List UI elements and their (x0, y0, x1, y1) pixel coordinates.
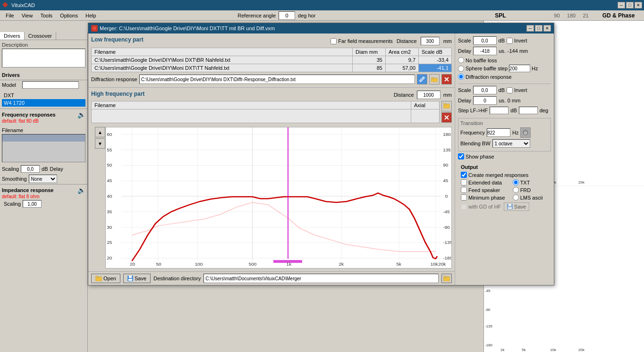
scaling-input[interactable] (21, 165, 40, 173)
hf-invert-checkbox[interactable] (507, 87, 513, 93)
arrow-down-btn[interactable]: ▼ (95, 138, 105, 149)
sphere-baffle-label: Sphere baffle step Hz (458, 65, 551, 72)
description-textarea[interactable] (2, 49, 85, 67)
transition-calc-btn[interactable]: ⚙ (520, 127, 531, 138)
diffraction-input[interactable] (139, 75, 415, 84)
blending-select[interactable]: 1 octave 0.5 octave 2 octave (492, 139, 530, 148)
maximize-button[interactable]: □ (626, 2, 634, 8)
lf-row2-scale: -41,1 (419, 64, 452, 72)
main-chart: 60 55 50 45 40 35 30 25 20 (105, 127, 452, 268)
sphere-value-input[interactable] (509, 65, 530, 72)
svg-text:10k: 10k (431, 262, 438, 267)
sphere-baffle-radio[interactable] (458, 66, 464, 72)
hf-distance-input[interactable] (417, 91, 441, 99)
frd-label: FRD (513, 187, 543, 193)
svg-text:2k: 2k (339, 262, 344, 267)
tab-crossover[interactable]: Crossover (25, 32, 56, 40)
window-controls: ─ □ ✕ (618, 2, 642, 8)
svg-text:30: 30 (107, 225, 112, 229)
lf-scale-input[interactable] (473, 36, 497, 45)
bottom-save-label: Save (135, 276, 146, 281)
svg-rect-86 (95, 276, 98, 278)
smoothing-select[interactable]: None 1/3 1/6 1/12 1/24 (29, 175, 57, 183)
extended-checkbox[interactable] (461, 179, 467, 185)
driver-item-w4[interactable]: W4 1720 (2, 99, 85, 107)
no-baffle-text: No baffle loss (466, 58, 497, 63)
frd-radio[interactable] (513, 187, 519, 193)
tab-drivers[interactable]: Drivers (0, 32, 25, 40)
lf-distance-unit: mm (443, 38, 452, 44)
destination-folder-btn[interactable] (441, 274, 452, 283)
scaling-row: Scaling dB Delay (0, 164, 87, 174)
dialog-titlebar: Merger: C:\Users\matth\Google Drive\DIY\… (88, 23, 554, 34)
diffraction-folder-btn[interactable] (429, 74, 440, 84)
reference-angle-input[interactable] (279, 11, 295, 20)
with-gd-text: with GD of HF (468, 204, 501, 210)
merger-dialog: Merger: C:\Users\matth\Google Drive\DIY\… (88, 23, 554, 285)
txt-radio[interactable] (513, 179, 519, 185)
open-button[interactable]: Open (91, 274, 120, 283)
sphere-unit: Hz (532, 66, 538, 71)
hf-step-deg-input[interactable] (519, 107, 538, 114)
lms-ascii-radio[interactable] (513, 194, 519, 201)
close-button[interactable]: ✕ (635, 2, 642, 8)
dialog-right-panel: Scale dB Invert Delay us. -144 mm (455, 34, 554, 285)
diffraction-radio[interactable] (458, 74, 464, 80)
imp-scaling-input[interactable] (23, 200, 42, 208)
transition-freq-input[interactable] (487, 128, 510, 137)
hf-distance-label: Distance (394, 92, 414, 98)
output-save-button[interactable]: Save (504, 202, 529, 211)
hf-section: High frequency part Distance mm (88, 88, 455, 271)
create-merged-checkbox[interactable] (461, 172, 467, 178)
svg-text:20k: 20k (578, 348, 585, 352)
destination-input[interactable] (203, 274, 439, 283)
imp-scaling-label: Scaling (4, 201, 21, 207)
bottom-save-button[interactable]: Save (123, 274, 151, 283)
show-phase-checkbox[interactable] (458, 153, 464, 159)
no-baffle-label: No baffle loss (458, 57, 551, 63)
value-90: 90 (554, 13, 559, 18)
menu-view[interactable]: View (18, 12, 37, 19)
model-input[interactable] (22, 81, 79, 89)
menu-file[interactable]: File (2, 12, 18, 19)
driver-item-dxt[interactable]: DXT (2, 92, 85, 99)
diffraction-delete-btn[interactable] (441, 74, 452, 84)
lf-distance-input[interactable] (421, 37, 440, 45)
farfield-checkbox[interactable] (330, 38, 337, 44)
arrow-up-btn[interactable]: ▲ (95, 127, 105, 137)
with-gd-checkbox[interactable] (461, 204, 467, 210)
freq-icon[interactable]: 🔈 (77, 111, 85, 118)
hf-add-btn[interactable] (441, 101, 452, 111)
dialog-minimize[interactable]: ─ (526, 25, 534, 32)
minimum-phase-checkbox[interactable] (461, 194, 467, 201)
hf-title: High frequency part (91, 91, 144, 97)
hf-step-db-input[interactable] (490, 107, 508, 114)
farfield-text: Far field measurements (338, 38, 393, 44)
lf-delay-input[interactable] (473, 47, 497, 55)
gd-phase-label: GD & Phase (602, 12, 635, 19)
dialog-close[interactable]: ✕ (543, 25, 551, 32)
lf-invert-checkbox[interactable] (507, 38, 513, 44)
frd-text: FRD (520, 187, 531, 193)
hf-delay-input[interactable] (473, 96, 497, 105)
lf-radio-group: No baffle loss Sphere baffle step Hz Dif… (458, 57, 551, 80)
feed-speaker-checkbox[interactable] (461, 187, 467, 193)
menu-tools[interactable]: Tools (36, 12, 56, 19)
dialog-maximize[interactable]: □ (535, 25, 542, 32)
svg-text:-135: -135 (443, 240, 451, 245)
menu-options[interactable]: Options (56, 12, 82, 19)
menu-help[interactable]: Help (82, 12, 100, 19)
main-window: VituixCAD ─ □ ✕ File View Tools Options … (0, 0, 644, 352)
with-gd-label: with GD of HF (461, 204, 501, 210)
output-title: Output (461, 164, 548, 170)
diffraction-edit-btn[interactable] (417, 74, 427, 84)
no-baffle-radio[interactable] (458, 57, 464, 63)
svg-text:55: 55 (107, 147, 112, 152)
svg-text:50: 50 (107, 163, 112, 168)
hf-delete-btn[interactable] (441, 112, 452, 123)
hf-scale-input[interactable] (473, 86, 497, 94)
minimize-button[interactable]: ─ (618, 2, 625, 8)
hf-invert-label: Invert (507, 87, 527, 93)
imp-icon[interactable]: 🔈 (77, 186, 85, 194)
freq-default: default: flat 80 dB (2, 118, 85, 124)
